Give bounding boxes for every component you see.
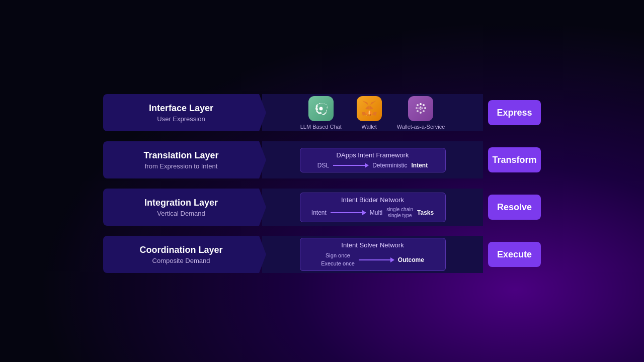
waas-icon-box [408, 96, 433, 121]
interface-icons-row: LLM Based Chat [300, 96, 445, 130]
svg-point-24 [417, 104, 419, 106]
deterministic-label: Deterministic [372, 162, 407, 169]
translation-layer-row: Translation Layer from Expression to Int… [103, 140, 541, 180]
svg-point-0 [319, 107, 323, 110]
dsl-label: DSL [317, 162, 329, 169]
svg-marker-5 [365, 106, 369, 110]
svg-point-25 [420, 106, 422, 108]
openai-svg [313, 101, 329, 117]
svg-point-23 [416, 107, 418, 109]
wallet-label: Wallet [362, 124, 377, 130]
express-button[interactable]: Express [488, 100, 541, 125]
single-chain-label: single chain single type [386, 207, 413, 219]
waas-label: Wallet-as-a-Service [397, 124, 445, 130]
intent-bidder-network-box: Intent Bidder Network Intent Multi singl… [300, 193, 446, 222]
multi-label: Multi [370, 209, 382, 216]
tasks-bold-label: Tasks [417, 209, 434, 216]
translation-layer-middle: DApps Intent Framework DSL Deterministic… [262, 141, 483, 178]
metamask-svg [360, 100, 378, 117]
intent-label: Intent [311, 209, 327, 216]
openai-label: LLM Based Chat [300, 124, 342, 130]
coordination-layer-middle: Intent Solver Network Sign once Execute … [262, 236, 483, 273]
translation-arrow [333, 165, 368, 166]
intent-solver-network-box: Intent Solver Network Sign once Execute … [300, 238, 446, 271]
coordination-layer-row: Coordination Layer Composite Demand Inte… [103, 234, 541, 275]
svg-point-26 [422, 107, 423, 109]
coordination-layer-panel: Coordination Layer Composite Demand [103, 236, 259, 273]
integration-layer-middle: Intent Bidder Network Intent Multi singl… [262, 189, 483, 226]
waas-svg [413, 101, 429, 117]
intent-solver-network-title: Intent Solver Network [341, 241, 404, 249]
svg-point-18 [423, 104, 425, 106]
coordination-arrow [359, 259, 394, 260]
architecture-diagram: Interface Layer User Expression LLM Base… [103, 93, 541, 275]
outcome-bold-label: Outcome [398, 256, 424, 263]
openai-icon-item: LLM Based Chat [300, 96, 342, 130]
translation-layer-title: Translation Layer [143, 150, 218, 161]
integration-layer-title: Integration Layer [144, 198, 218, 208]
sign-execute-label: Sign once Execute once [321, 252, 355, 267]
translation-flow-row: DSL Deterministic Intent [317, 162, 428, 169]
svg-marker-4 [362, 112, 366, 116]
transform-button[interactable]: Transform [488, 147, 541, 172]
interface-layer-title: Interface Layer [149, 103, 213, 114]
svg-point-22 [417, 110, 419, 112]
svg-point-28 [419, 107, 420, 109]
svg-point-20 [423, 110, 425, 112]
integration-flow-row: Intent Multi single chain single type Ta… [311, 207, 434, 219]
interface-layer-subtitle: User Expression [157, 115, 205, 123]
svg-point-27 [420, 108, 422, 110]
interface-layer-middle: LLM Based Chat [262, 94, 483, 131]
openai-icon-box [308, 96, 334, 121]
dapps-intent-framework-title: DApps Intent Framework [337, 151, 409, 159]
resolve-button[interactable]: Resolve [488, 195, 541, 220]
coordination-layer-subtitle: Composite Demand [152, 257, 210, 264]
interface-layer-panel: Interface Layer User Expression [103, 94, 259, 131]
intent-bold-label: Intent [412, 162, 428, 169]
coordination-flow-row: Sign once Execute once Outcome [321, 252, 424, 267]
integration-layer-panel: Integration Layer Vertical Demand [103, 189, 259, 226]
metamask-icon-box [357, 96, 382, 121]
svg-marker-3 [372, 112, 377, 116]
svg-marker-1 [370, 101, 376, 105]
svg-marker-14 [368, 111, 370, 115]
svg-marker-2 [362, 101, 368, 105]
svg-marker-11 [368, 115, 370, 116]
integration-layer-subtitle: Vertical Demand [157, 210, 205, 217]
coordination-layer-title: Coordination Layer [139, 245, 222, 255]
metamask-icon-item: Wallet [357, 96, 382, 130]
svg-point-17 [420, 103, 422, 105]
integration-layer-row: Integration Layer Vertical Demand Intent… [103, 187, 541, 227]
execute-button[interactable]: Execute [488, 242, 541, 267]
svg-point-19 [424, 107, 426, 109]
integration-arrow [331, 212, 366, 213]
translation-layer-subtitle: from Expression to Intent [145, 162, 218, 170]
interface-layer-row: Interface Layer User Expression LLM Base… [103, 93, 541, 133]
translation-layer-panel: Translation Layer from Expression to Int… [103, 141, 259, 178]
svg-point-21 [420, 112, 422, 114]
intent-bidder-network-title: Intent Bidder Network [341, 196, 404, 204]
waas-icon-item: Wallet-as-a-Service [397, 96, 445, 130]
dapps-intent-framework-box: DApps Intent Framework DSL Deterministic… [300, 148, 446, 172]
